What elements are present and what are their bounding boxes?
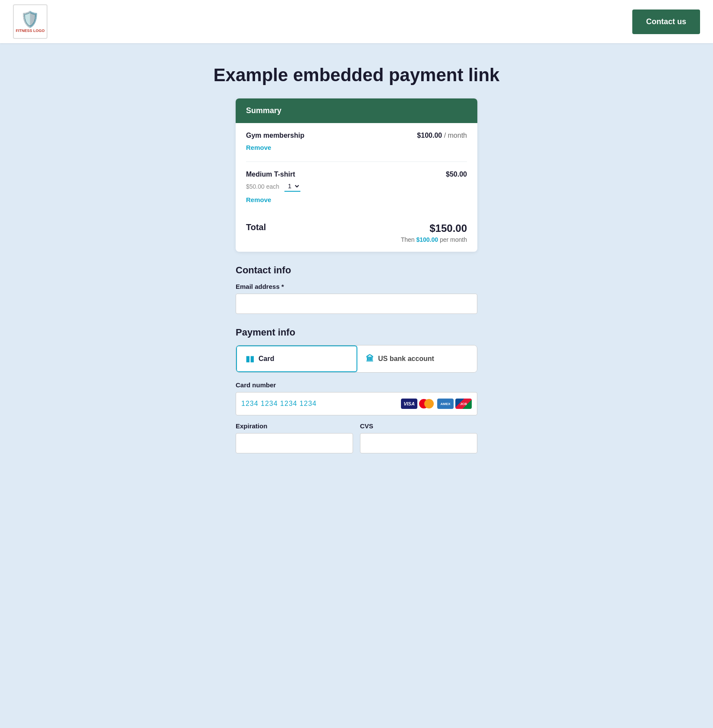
card-icon: ▮▮ bbox=[246, 354, 254, 364]
bank-icon: 🏛 bbox=[366, 355, 374, 364]
email-input[interactable] bbox=[236, 294, 477, 314]
email-label: Email address * bbox=[236, 283, 477, 290]
payment-heading: Payment info bbox=[236, 327, 477, 338]
card-number-label: Card number bbox=[236, 381, 477, 389]
list-item: Medium T-shirt $50.00 $50.00 each 1 2 3 … bbox=[246, 162, 467, 214]
summary-header: Summary bbox=[236, 98, 477, 123]
item-price: $50.00 bbox=[446, 171, 467, 178]
logo: 🛡️ FITNESS LOGO bbox=[13, 4, 47, 39]
expiry-label: Expiration bbox=[236, 422, 353, 430]
logo-icon: 🛡️ bbox=[16, 10, 44, 28]
tab-card-label: Card bbox=[259, 355, 274, 363]
tab-bank-label: US bank account bbox=[378, 355, 434, 363]
remove-gym-button[interactable]: Remove bbox=[246, 142, 271, 153]
mastercard-logo bbox=[419, 399, 435, 409]
logo-text: FITNESS LOGO bbox=[16, 28, 44, 33]
card-number-placeholder: 1234 1234 1234 1234 bbox=[241, 400, 317, 408]
visa-logo: VISA bbox=[401, 399, 417, 409]
remove-tshirt-button[interactable]: Remove bbox=[246, 194, 271, 205]
email-field-group: Email address * bbox=[236, 283, 477, 314]
contact-us-button[interactable]: Contact us bbox=[632, 9, 700, 34]
header: 🛡️ FITNESS LOGO Contact us bbox=[0, 0, 713, 43]
tab-card[interactable]: ▮▮ Card bbox=[236, 345, 357, 372]
contact-heading: Contact info bbox=[236, 265, 477, 276]
payment-container: Summary Gym membership $100.00 / month R… bbox=[227, 98, 486, 495]
card-number-wrapper[interactable]: 1234 1234 1234 1234 VISA AMEX JCB bbox=[236, 392, 477, 415]
card-number-field-group: Card number 1234 1234 1234 1234 VISA AME… bbox=[236, 381, 477, 415]
quantity-select[interactable]: 1 2 3 bbox=[284, 181, 300, 192]
page-title: Example embedded payment link bbox=[0, 65, 713, 85]
total-recurring-amount: $100.00 bbox=[416, 236, 438, 243]
summary-body: Gym membership $100.00 / month Remove Me… bbox=[236, 123, 477, 214]
card-logos: VISA AMEX JCB bbox=[401, 399, 472, 409]
expiry-input[interactable] bbox=[236, 433, 353, 453]
item-name: Medium T-shirt bbox=[246, 171, 295, 178]
tab-bank[interactable]: 🏛 US bank account bbox=[357, 345, 477, 372]
contact-section: Contact info Email address * bbox=[236, 265, 477, 314]
quantity-row: $50.00 each 1 2 3 bbox=[246, 181, 467, 192]
item-name: Gym membership bbox=[246, 132, 304, 139]
payment-tabs: ▮▮ Card 🏛 US bank account bbox=[236, 345, 477, 373]
expiry-field-group: Expiration bbox=[236, 422, 353, 453]
list-item: Gym membership $100.00 / month Remove bbox=[246, 123, 467, 162]
payment-section: Payment info ▮▮ Card 🏛 US bank account C… bbox=[236, 327, 477, 460]
item-price: $100.00 / month bbox=[417, 132, 467, 139]
cvv-field-group: CVS bbox=[360, 422, 477, 453]
total-label: Total bbox=[246, 222, 266, 232]
summary-card: Summary Gym membership $100.00 / month R… bbox=[236, 98, 477, 252]
main-content: Example embedded payment link Summary Gy… bbox=[0, 65, 713, 495]
jcb-logo: JCB bbox=[455, 399, 472, 409]
summary-heading: Summary bbox=[246, 106, 281, 115]
cvv-label: CVS bbox=[360, 422, 477, 430]
total-amount-block: $150.00 Then $100.00 per month bbox=[401, 222, 467, 243]
each-price: $50.00 each bbox=[246, 183, 279, 190]
total-amount: $150.00 bbox=[401, 222, 467, 234]
total-sub: Then $100.00 per month bbox=[401, 236, 467, 243]
expiry-cvv-row: Expiration CVS bbox=[236, 422, 477, 460]
total-section: Total $150.00 Then $100.00 per month bbox=[236, 214, 477, 252]
amex-logo: AMEX bbox=[437, 399, 454, 409]
cvv-input[interactable] bbox=[360, 433, 477, 453]
